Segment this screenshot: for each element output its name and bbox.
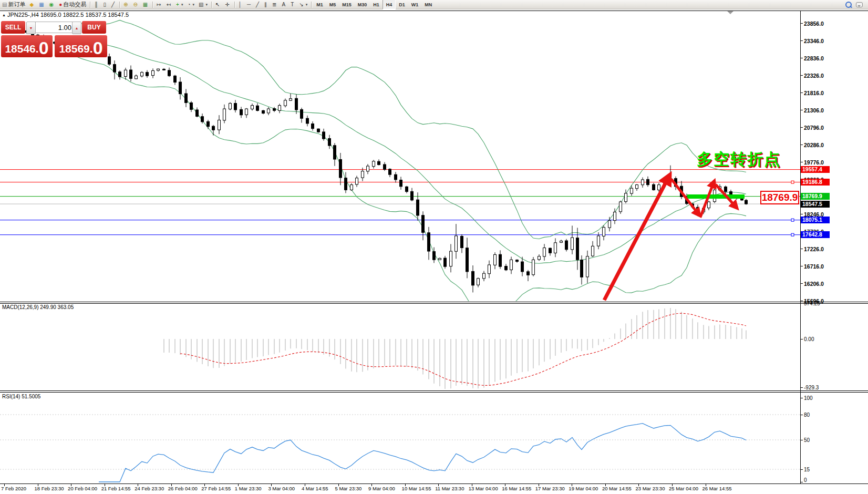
time-axis-label[interactable]: 9 Mar 04:00 (368, 486, 395, 491)
time-axis-border (0, 483, 868, 484)
time-axis-label[interactable]: 13 Mar 04:00 (469, 486, 498, 491)
price-axis-label[interactable]: 22326.0 (804, 73, 835, 78)
splitter-macd-rsi-a[interactable] (0, 390, 868, 391)
tile-windows-button[interactable]: ▦ (141, 1, 150, 8)
time-axis-label[interactable]: 7 Feb 2020 (1, 486, 26, 491)
trendline-button[interactable]: ╱ (254, 1, 262, 8)
buy-price-button[interactable]: 18569.0 (55, 35, 107, 57)
price-axis-label[interactable]: 20286.0 (804, 142, 835, 148)
horizontal-line-button[interactable]: ─ (245, 1, 253, 8)
channel-icon: ∥ (264, 2, 267, 7)
time-axis-label[interactable]: 3 Mar 04:00 (268, 486, 295, 491)
time-axis-label[interactable]: 19 Mar 04:00 (569, 486, 598, 491)
cursor-button[interactable]: ↖ (214, 1, 222, 8)
macd-axis-label[interactable]: 0.00 (804, 336, 835, 342)
price-axis-label[interactable]: 16716.0 (804, 263, 835, 269)
timeframe-w1-button[interactable]: W1 (408, 0, 422, 9)
line-chart-button[interactable]: ╱ (110, 1, 117, 8)
price-axis-label[interactable]: 23346.0 (804, 38, 835, 44)
volume-decrease-button[interactable]: ▼ (26, 22, 36, 34)
time-axis-label[interactable]: 17 Mar 23:30 (535, 486, 565, 491)
text-label-icon: T (291, 2, 294, 7)
candlestick-button[interactable]: ▯ (101, 1, 109, 8)
crosshair-button[interactable]: ✛ (223, 1, 232, 8)
zoom-out-button[interactable]: ⊖ (131, 1, 140, 8)
timeframe-d1-button[interactable]: D1 (396, 0, 408, 9)
splitter-main-macd-a[interactable] (0, 302, 868, 302)
time-axis-label[interactable]: 10 Mar 14:55 (402, 486, 431, 491)
text-label-button[interactable]: T (289, 1, 296, 8)
price-axis-label[interactable]: 22836.0 (804, 55, 835, 61)
time-axis-label[interactable]: 21 Feb 14:55 (101, 486, 131, 491)
chart-canvas[interactable] (0, 0, 868, 494)
price-axis-label[interactable]: 20796.0 (804, 125, 835, 130)
rsi-axis-label[interactable]: 0 (804, 477, 835, 483)
bar-chart-button[interactable]: ║ (92, 1, 100, 8)
new-chart-button[interactable]: ▦ (37, 1, 46, 8)
timeframe-m15-button[interactable]: M15 (339, 0, 355, 9)
time-axis-label[interactable]: 24 Feb 23:30 (135, 486, 164, 491)
vertical-line-button[interactable]: │ (237, 1, 244, 8)
timeframe-h4-button[interactable]: H4 (383, 0, 396, 9)
splitter-macd-rsi-b[interactable] (0, 392, 868, 393)
time-axis-label[interactable]: 20 Mar 14:55 (602, 486, 632, 491)
arrows-button[interactable]: ↘▾ (297, 1, 309, 8)
chart-shift-button[interactable]: ↤ (165, 1, 173, 8)
timeframe-h1-button[interactable]: H1 (370, 0, 383, 9)
time-axis-label[interactable]: 4 Mar 14:55 (302, 486, 328, 491)
sell-button[interactable]: SELL (1, 21, 25, 34)
time-axis-label[interactable]: 27 Feb 14:55 (201, 486, 231, 491)
price-axis-label[interactable]: 21816.0 (804, 90, 835, 96)
toolbar-separator (90, 2, 90, 8)
price-axis-tick (800, 162, 803, 162)
time-axis-label[interactable]: 1 Mar 23:30 (235, 486, 262, 491)
price-axis-label[interactable]: 17226.0 (804, 246, 835, 252)
price-axis-tick (800, 127, 803, 128)
timeframe-m1-button[interactable]: M1 (313, 0, 326, 9)
indicators-button[interactable]: +▾ (174, 1, 184, 8)
price-axis-label[interactable]: 23856.0 (804, 20, 835, 26)
splitter-main-macd-b[interactable] (0, 303, 868, 304)
symbol-collapse-icon[interactable]: ▲ (2, 13, 6, 17)
rsi-axis-label[interactable]: 15 (804, 467, 835, 472)
time-axis-label[interactable]: 16 Mar 14:55 (502, 486, 531, 491)
zoom-in-button[interactable]: ⊕ (122, 1, 130, 8)
autotrading-button[interactable]: ●自动交易 (57, 1, 88, 8)
channel-button[interactable]: ∥ (263, 1, 270, 8)
auto-scroll-button[interactable]: ↦ (155, 1, 163, 8)
fibonacci-button[interactable]: ≣ (271, 1, 279, 8)
timeframe-mn-button[interactable]: MN (421, 0, 435, 9)
volume-increase-button[interactable]: ▲ (72, 22, 81, 34)
time-axis-label[interactable]: 5 Mar 23:30 (335, 486, 362, 491)
timeframe-m5-button[interactable]: M5 (326, 0, 339, 9)
styler-button[interactable]: ◆ (28, 1, 36, 8)
timeframe-m30-button[interactable]: M30 (355, 0, 370, 9)
rsi-axis-tick (800, 469, 803, 470)
text-button[interactable]: A (280, 1, 288, 8)
new-order-button[interactable]: ▤新订单 (1, 1, 27, 8)
time-axis-label[interactable]: 26 Feb 04:00 (168, 486, 198, 491)
templates-button[interactable]: ▧▾ (197, 1, 209, 8)
chat-button[interactable] (854, 1, 864, 8)
buy-button[interactable]: BUY (82, 21, 106, 34)
rsi-axis-label[interactable]: 50 (804, 437, 835, 443)
macd-axis-label[interactable]: -929.3 (804, 385, 835, 390)
time-axis-label[interactable]: 26 Mar 14:55 (702, 486, 732, 491)
time-axis-label[interactable]: 18 Feb 23:30 (35, 486, 64, 491)
time-axis-label[interactable]: 25 Mar 04:00 (669, 486, 698, 491)
time-axis-label[interactable]: 23 Mar 23:30 (635, 486, 665, 491)
price-axis-label[interactable]: 16206.0 (804, 281, 835, 286)
rsi-axis-label[interactable]: 100 (804, 395, 835, 401)
search-icon (845, 2, 852, 8)
line-chart-icon: ╱ (111, 2, 115, 7)
rsi-axis-label[interactable]: 80 (804, 412, 835, 418)
price-axis-label[interactable]: 21306.0 (804, 107, 835, 113)
sell-price-button[interactable]: 18546.0 (1, 35, 53, 57)
price-axis-label[interactable]: 19776.0 (804, 159, 835, 165)
time-axis-label[interactable]: 20 Feb 04:00 (68, 486, 97, 491)
macd-axis-label[interactable]: 574.25 (804, 301, 835, 306)
search-button[interactable] (844, 1, 853, 8)
time-axis-label[interactable]: 11 Mar 23:30 (435, 486, 464, 491)
periods-button[interactable]: ◔▾ (185, 1, 196, 8)
signal-button[interactable]: ◉ (48, 1, 57, 8)
